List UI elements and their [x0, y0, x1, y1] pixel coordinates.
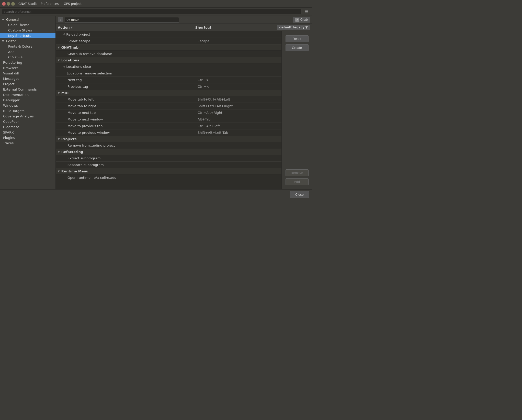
table-row[interactable]: Remove from...nding project [56, 142, 281, 149]
row-action: Move tab to right [63, 104, 198, 108]
sidebar-item-coverage-analysis[interactable]: Coverage Analysis [0, 114, 55, 119]
filter-icon: Q▾ [66, 18, 70, 21]
group-header-row[interactable]: ▼GNAThub [56, 45, 281, 51]
minimize-window-button[interactable] [7, 2, 10, 6]
create-button[interactable]: Create [286, 44, 309, 51]
row-shortcut: Alt+Tab [198, 117, 279, 121]
sort-icon[interactable]: ▼ [71, 26, 73, 29]
table-row[interactable]: Open runtime...e/a-colire.ads [56, 174, 281, 181]
window-title: GNAT Studio - Preferences - - GPS projec… [16, 2, 310, 6]
remove-button[interactable]: Remove [286, 169, 309, 176]
table-row[interactable]: ↺Reload project [56, 31, 281, 38]
row-action: Remove from...nding project [63, 143, 198, 147]
sidebar-item-refactoring[interactable]: Refactoring [0, 60, 55, 65]
arrow-icon-editor: ▼ [2, 40, 5, 42]
sidebar-item-spark[interactable]: SPARK [0, 130, 55, 135]
group-header-row[interactable]: ▼Runtime Menu [56, 168, 281, 174]
col-action-label: Action [58, 26, 70, 29]
sidebar-item-plugins[interactable]: Plugins [0, 135, 55, 140]
sidebar-item-custom-styles[interactable]: Custom Styles [0, 28, 55, 33]
col-action-header[interactable]: Action ▼ [58, 26, 195, 29]
content-area: ▼ General Color Theme Custom Styles Key … [0, 16, 312, 189]
table-row[interactable]: ⬆Locations clear [56, 63, 281, 70]
sidebar-item-debugger[interactable]: Debugger [0, 97, 55, 103]
sidebar-item-key-shortcuts[interactable]: Key Shortcuts [0, 33, 55, 38]
table-row[interactable]: Move to previous tabCtrl+Alt+Left [56, 123, 281, 129]
filter-input-wrap[interactable]: Q▾ [65, 17, 179, 23]
sidebar-group-editor[interactable]: ▼ Editor Fonts & Colors Ada C & C++ [0, 38, 55, 60]
group-arrow-icon: ▼ [58, 138, 60, 140]
row-action: ↺Reload project [63, 32, 198, 36]
grab-label: Grab [300, 18, 308, 21]
sidebar-item-visual-diff[interactable]: Visual diff [0, 71, 55, 76]
maximize-window-button[interactable] [11, 2, 15, 6]
group-label: GNAThub [61, 46, 78, 49]
row-shortcut: Ctrl+< [198, 85, 279, 89]
sidebar-item-documentation[interactable]: Documentation [0, 92, 55, 97]
group-header-row[interactable]: ▼Projects [56, 136, 281, 142]
sidebar-item-browsers[interactable]: Browsers [0, 65, 55, 71]
table-row[interactable]: Move tab to leftShift+Ctrl+Alt+Left [56, 96, 281, 103]
row-icon: — [63, 72, 66, 75]
sidebar-item-external-commands[interactable]: External Commands [0, 87, 55, 92]
table-row[interactable]: —Locations remove selection [56, 70, 281, 77]
theme-dropdown[interactable]: default_legacy ▼ [277, 25, 310, 30]
sidebar-item-clearcase[interactable]: Clearcase [0, 124, 55, 130]
search-input-container[interactable] [2, 9, 301, 14]
group-header-row[interactable]: ▼Locations [56, 57, 281, 63]
sidebar-group-header-editor[interactable]: ▼ Editor [0, 38, 55, 44]
sidebar-item-ada[interactable]: Ada [0, 49, 55, 54]
sidebar-item-windows[interactable]: Windows [0, 103, 55, 108]
sidebar-item-c-cpp[interactable]: C & C++ [0, 54, 55, 60]
add-button[interactable]: Add [286, 178, 309, 185]
sidebar: ▼ General Color Theme Custom Styles Key … [0, 16, 56, 189]
sidebar-item-messages[interactable]: Messages [0, 76, 55, 81]
group-label: MDI [61, 91, 69, 95]
row-action: Move to previous tab [63, 124, 198, 128]
group-header-row[interactable]: ▼MDI [56, 90, 281, 96]
row-action: Move to next tab [63, 111, 198, 115]
close-button[interactable]: Close [290, 191, 309, 198]
sidebar-group-label-general: General [6, 18, 19, 21]
table-row[interactable]: Previous tagCtrl+< [56, 83, 281, 90]
table-row[interactable]: Next tagCtrl+> [56, 77, 281, 83]
menu-icon[interactable]: ☰ [303, 9, 310, 15]
sidebar-item-color-theme[interactable]: Color Theme [0, 22, 55, 28]
row-shortcut: Shift+Alt+Left Tab [198, 131, 279, 135]
sidebar-item-codepeer[interactable]: CodePeer [0, 119, 55, 124]
sidebar-item-build-targets[interactable]: Build Targets [0, 108, 55, 114]
table-row[interactable]: Extract subprogram [56, 155, 281, 162]
table-row[interactable]: Move to next windowAlt+Tab [56, 116, 281, 123]
sidebar-group-general[interactable]: ▼ General Color Theme Custom Styles Key … [0, 17, 55, 38]
table-row[interactable]: Move to previous windowShift+Alt+Left Ta… [56, 129, 281, 136]
grab-area[interactable]: ✕ Grab [293, 17, 310, 23]
close-window-button[interactable] [2, 2, 6, 6]
table-row[interactable]: Smart escapeEscape [56, 38, 281, 45]
table-row[interactable]: Move tab to rightShift+Ctrl+Alt+Right [56, 103, 281, 109]
row-action: Separate subprogram [63, 163, 198, 167]
row-action: Previous tag [63, 85, 198, 89]
sidebar-group-label-editor: Editor [6, 39, 16, 43]
row-action: Next tag [63, 78, 198, 82]
row-action: —Locations remove selection [63, 71, 198, 75]
sidebar-item-traces[interactable]: Traces [0, 140, 55, 146]
sidebar-group-header-general[interactable]: ▼ General [0, 17, 55, 22]
group-header-row[interactable]: ▼Refactoring [56, 149, 281, 155]
window-controls[interactable] [2, 2, 15, 6]
row-icon: ↺ [63, 33, 65, 36]
sidebar-item-fonts-colors[interactable]: Fonts & Colors [0, 44, 55, 49]
theme-label: default_legacy [279, 26, 304, 29]
search-input[interactable] [4, 10, 300, 14]
table-row[interactable]: Gnathub remove database [56, 51, 281, 57]
table-row[interactable]: Separate subprogram [56, 162, 281, 168]
row-shortcut: Ctrl+Alt+Left [198, 124, 279, 128]
sidebar-item-project[interactable]: Project [0, 81, 55, 87]
group-label: Locations [61, 58, 79, 62]
list-view-button[interactable]: ≡ [58, 17, 63, 22]
col-shortcut-header: Shortcut [195, 26, 277, 29]
table-row[interactable]: Move to next tabCtrl+Alt+Right [56, 109, 281, 116]
table-header: Action ▼ Shortcut default_legacy ▼ [56, 24, 312, 31]
filter-input[interactable] [71, 18, 177, 22]
reset-button[interactable]: Reset [286, 35, 309, 42]
group-arrow-icon: ▼ [58, 92, 60, 94]
